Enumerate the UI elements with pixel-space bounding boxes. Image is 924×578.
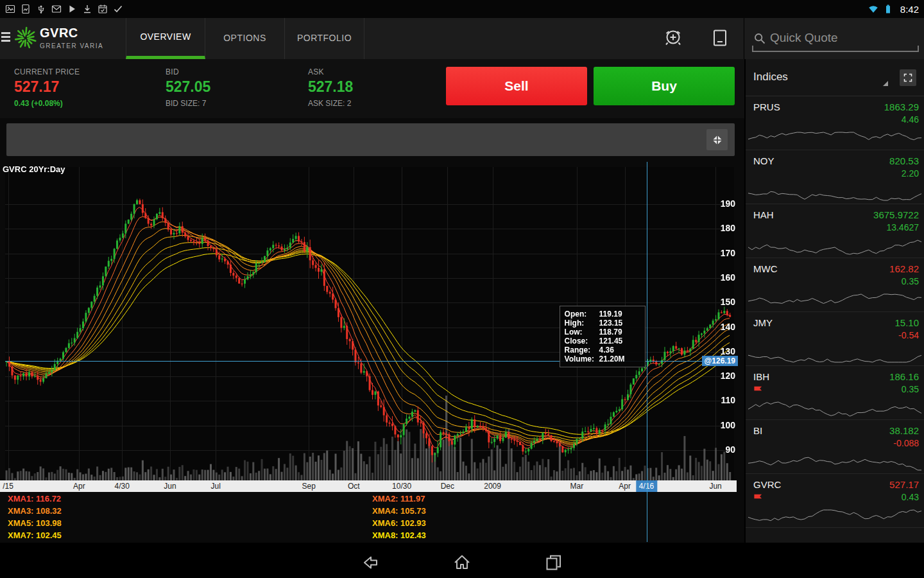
index-sparkline: [748, 401, 921, 417]
index-row-gvrc[interactable]: GVRC527.170.43: [746, 474, 924, 528]
crosshair-price-label: @126.19: [702, 356, 738, 366]
index-row-bi[interactable]: BI38.182-0.088: [746, 420, 924, 474]
xma-readout: XMA3: 108.32: [8, 506, 62, 518]
x-axis: /15Apr4/30JunJulSepOct10/30Dec2009MarApr…: [0, 480, 737, 492]
index-row-prus[interactable]: PRUS1863.294.46: [746, 96, 924, 150]
sell-button[interactable]: Sell: [446, 67, 587, 105]
xma-readout-left: XMA1: 116.72XMA3: 108.32XMA5: 103.98XMA7…: [8, 494, 62, 543]
status-system-icons: 8:42: [868, 4, 919, 15]
note-remove-icon[interactable]: [710, 28, 732, 49]
x-axis-label: Oct: [348, 480, 360, 492]
quick-quote-input[interactable]: [770, 27, 911, 49]
bid-label: BID: [166, 67, 210, 76]
quote-bar: CURRENT PRICE 527.17 0.43 (+0.08%) BID 5…: [0, 59, 744, 118]
x-axis-label: Mar: [570, 480, 584, 492]
status-notification-icons: [5, 4, 123, 14]
tooltip-row: Close:121.45: [565, 337, 640, 346]
index-change: 2.20: [902, 168, 919, 179]
x-axis-label: Jul: [211, 480, 221, 492]
bid-price: 527.05: [166, 78, 210, 96]
battery-icon: [883, 4, 893, 14]
index-change: 13.4627: [886, 222, 919, 232]
y-axis-label: 160: [721, 272, 735, 283]
home-icon[interactable]: [452, 552, 472, 573]
index-symbol: IBH: [753, 371, 769, 382]
current-price-block: CURRENT PRICE 527.17 0.43 (+0.08%): [14, 67, 80, 108]
index-symbol: BI: [753, 425, 762, 436]
index-change: 0.35: [902, 384, 919, 394]
buy-button[interactable]: Buy: [594, 67, 735, 105]
index-change: 0.35: [902, 276, 919, 286]
tooltip-row: Open:119.19: [565, 310, 640, 319]
index-sparkline: [748, 509, 921, 525]
ohlc-tooltip: Open:119.19High:123.15Low:118.79Close:12…: [560, 306, 646, 367]
xma-readout: XMA8: 102.43: [372, 530, 426, 543]
y-axis-label: 100: [721, 420, 735, 430]
index-value: 3675.9722: [873, 209, 919, 220]
index-symbol: HAH: [753, 209, 774, 220]
y-axis-label: 90: [725, 444, 735, 455]
clock: 8:42: [900, 4, 919, 15]
x-axis-label: Apr: [619, 480, 631, 492]
header-tabs: OVERVIEWOPTIONSPORTFOLIO: [126, 18, 364, 59]
index-symbol: JMY: [753, 317, 773, 328]
current-price-value: 527.17: [14, 78, 80, 96]
search-underline: [752, 47, 919, 52]
wifi-icon: [868, 4, 878, 14]
y-axis-label: 180: [721, 223, 735, 233]
index-change: 4.46: [902, 114, 919, 125]
tab-overview[interactable]: OVERVIEW: [126, 18, 205, 59]
check-icon: [113, 4, 123, 14]
screenshot-icon: [21, 4, 31, 14]
menu-icon[interactable]: [1, 32, 11, 45]
index-sparkline: [748, 293, 921, 310]
collapse-chart-icon[interactable]: [706, 129, 728, 150]
x-axis-label: 10/30: [392, 480, 411, 492]
index-symbol: NOY: [753, 155, 774, 166]
ask-block: ASK 527.18 ASK SIZE: 2: [308, 67, 353, 108]
indices-dropdown-icon[interactable]: [883, 81, 888, 86]
indices-list-selector[interactable]: Indices: [753, 71, 788, 83]
tab-options[interactable]: OPTIONS: [205, 18, 285, 59]
tab-portfolio[interactable]: PORTFOLIO: [285, 18, 364, 59]
index-row-ibh[interactable]: IBH186.160.35: [746, 366, 924, 420]
tooltip-row: High:123.15: [565, 319, 640, 328]
mail-icon: [51, 4, 62, 14]
main-panel: CURRENT PRICE 527.17 0.43 (+0.08%) BID 5…: [0, 59, 744, 543]
alert-add-icon[interactable]: [663, 28, 685, 49]
current-price-change: 0.43 (+0.08%): [14, 99, 80, 108]
chart-title: GVRC 20Yr:Day: [3, 164, 65, 174]
index-row-mwc[interactable]: MWC162.820.35: [746, 258, 924, 312]
index-value: 1863.29: [884, 101, 919, 112]
ask-size: ASK SIZE: 2: [308, 99, 353, 108]
index-value: 820.53: [889, 155, 919, 166]
recents-icon[interactable]: [543, 552, 564, 573]
xma-readout: XMA5: 103.98: [8, 518, 62, 530]
back-icon[interactable]: [360, 552, 381, 573]
play-icon: [67, 4, 77, 14]
index-row-jmy[interactable]: JMY15.10-0.54: [746, 312, 924, 366]
tooltip-row: Volume:21.20M: [565, 355, 640, 363]
expand-sidebar-icon[interactable]: [900, 69, 916, 86]
index-value: 38.182: [889, 425, 919, 436]
index-row-noy[interactable]: NOY820.532.20: [746, 150, 924, 204]
xma-readout: XMA1: 116.72: [8, 494, 62, 506]
index-symbol: PRUS: [753, 101, 780, 112]
x-axis-label: Jun: [164, 480, 176, 492]
bid-size: BID SIZE: 7: [166, 99, 210, 108]
index-change: -0.54: [898, 330, 919, 340]
ask-label: ASK: [308, 67, 353, 76]
current-price-label: CURRENT PRICE: [14, 67, 80, 76]
bid-block: BID 527.05 BID SIZE: 7: [166, 67, 210, 108]
index-change: 0.43: [902, 492, 919, 502]
index-row-hah[interactable]: HAH3675.972213.4627: [746, 204, 924, 258]
quick-quote-field[interactable]: [744, 18, 924, 59]
y-axis-label: 140: [721, 322, 735, 332]
app-ticker: GVRC: [40, 26, 103, 40]
chart-toolbar: [6, 123, 735, 156]
brand: GVRC GREATER VARIA: [40, 26, 103, 49]
photo-icon: [5, 4, 15, 14]
indices-header: Indices: [746, 59, 924, 96]
y-axis-label: 150: [721, 297, 735, 307]
download-icon: [82, 4, 92, 14]
